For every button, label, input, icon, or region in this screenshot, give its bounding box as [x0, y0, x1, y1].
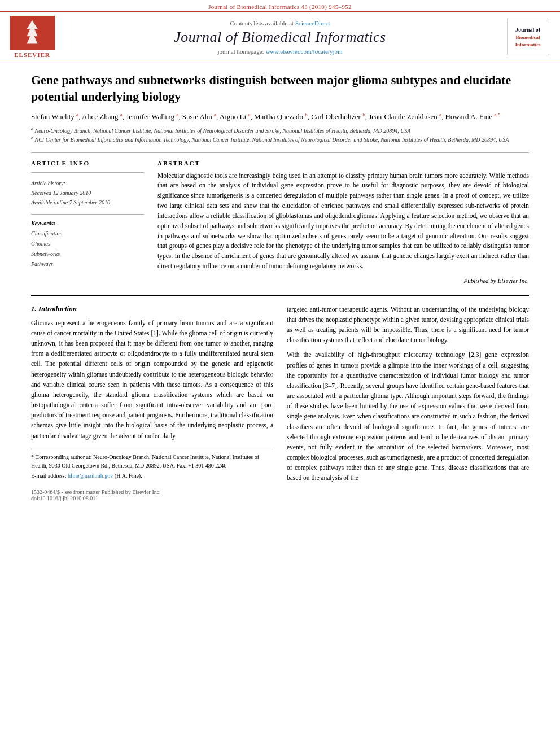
received-date: Received 12 January 2010: [31, 188, 144, 198]
section-title-text: Introduction: [38, 304, 77, 313]
homepage-url[interactable]: www.elsevier.com/locate/yjbin: [265, 48, 342, 55]
elsevier-text: ELSEVIER: [14, 51, 50, 58]
intro-paragraph-right-2: With the availability of high-throughput…: [287, 350, 529, 483]
footnote-email: E-mail address: hfine@mail.nih.gov (H.A.…: [31, 471, 273, 480]
contents-label: Contents lists available at: [230, 20, 294, 27]
article-info-heading: ARTICLE INFO: [31, 160, 144, 167]
article-title: Gene pathways and subnetworks distinguis…: [31, 72, 529, 104]
available-date: Available online 7 September 2010: [31, 198, 144, 207]
intro-paragraph-left: Gliomas represent a heterogeneous family…: [31, 318, 273, 441]
journal-title: Journal of Biomedical Informatics: [69, 29, 491, 46]
keyword-subnetworks: Subnetworks: [31, 249, 144, 259]
elsevier-logo: 🌿 ELSEVIER: [7, 16, 58, 58]
keyword-gliomas: Gliomas: [31, 239, 144, 249]
article-info-abstract-section: ARTICLE INFO Article history: Received 1…: [31, 152, 529, 284]
email-label: E-mail address:: [31, 473, 66, 479]
divider-2: [31, 214, 144, 215]
email-link[interactable]: hfine@mail.nih.gov: [68, 473, 113, 479]
affiliation-b: b NCI Center for Biomedical Informatics …: [31, 135, 529, 144]
journal-header: 🌿 ELSEVIER Contents lists available at S…: [0, 11, 560, 62]
bottom-notice: 1532-0464/$ - see front matter Published…: [31, 489, 273, 501]
article-info-column: ARTICLE INFO Article history: Received 1…: [31, 160, 144, 284]
journal-right-logo: Journal of Biomedical Informatics: [502, 19, 553, 55]
history-label: Article history:: [31, 178, 144, 188]
introduction-two-col: 1. Introduction Gliomas represent a hete…: [31, 304, 529, 501]
affiliations: a Neuro-Oncology Branch, National Cancer…: [31, 126, 529, 145]
divider-1: [31, 172, 144, 173]
journal-reference: Journal of Biomedical Informatics 43 (20…: [0, 0, 560, 11]
homepage-label: journal homepage:: [217, 48, 264, 55]
intro-section-title: 1. Introduction: [31, 304, 273, 313]
elsevier-logo-box: 🌿: [10, 16, 55, 50]
intro-right-col: targeted anti-tumor therapeutic agents. …: [287, 304, 529, 501]
homepage-line: journal homepage: www.elsevier.com/locat…: [69, 48, 491, 55]
abstract-column: ABSTRACT Molecular diagnostic tools are …: [158, 160, 529, 284]
license-text: 1532-0464/$ - see front matter Published…: [31, 489, 273, 495]
affiliation-a: a Neuro-Oncology Branch, National Cancer…: [31, 126, 529, 135]
abstract-text: Molecular diagnostic tools are increasin…: [158, 171, 529, 272]
article-history: Article history: Received 12 January 201…: [31, 178, 144, 207]
keywords-label: Keywords:: [31, 220, 144, 226]
intro-paragraph-right-1: targeted anti-tumor therapeutic agents. …: [287, 304, 529, 346]
contents-line: Contents lists available at ScienceDirec…: [69, 20, 491, 27]
doi-text: doi:10.1016/j.jbi.2010.08.011: [31, 495, 273, 501]
main-content: Gene pathways and subnetworks distinguis…: [0, 62, 560, 513]
section-number: 1.: [31, 304, 37, 313]
journal-ref-text: Journal of Biomedical Informatics 43 (20…: [208, 3, 352, 10]
keywords-section: Keywords: Classification Gliomas Subnetw…: [31, 220, 144, 269]
keyword-pathways: Pathways: [31, 259, 144, 269]
journal-center-header: Contents lists available at ScienceDirec…: [58, 20, 502, 55]
published-by: Published by Elsevier Inc.: [158, 277, 529, 284]
email-person: (H.A. Fine).: [115, 473, 142, 479]
jbi-logo-title: Journal of: [510, 26, 546, 34]
jbi-logo-box: Journal of Biomedical Informatics: [507, 19, 549, 55]
sciencedirect-link[interactable]: ScienceDirect: [295, 20, 330, 27]
authors-line: Stefan Wuchty a, Alice Zhang a, Jennifer…: [31, 111, 529, 123]
abstract-heading: ABSTRACT: [158, 160, 529, 167]
footnote-section: * Corresponding author at: Neuro-Oncolog…: [31, 449, 273, 480]
intro-left-col: 1. Introduction Gliomas represent a hete…: [31, 304, 273, 501]
keywords-list: Classification Gliomas Subnetworks Pathw…: [31, 229, 144, 269]
footnote-star: * Corresponding author at: Neuro-Oncolog…: [31, 453, 273, 470]
introduction-section: 1. Introduction Gliomas represent a hete…: [31, 295, 529, 501]
keyword-classification: Classification: [31, 229, 144, 239]
